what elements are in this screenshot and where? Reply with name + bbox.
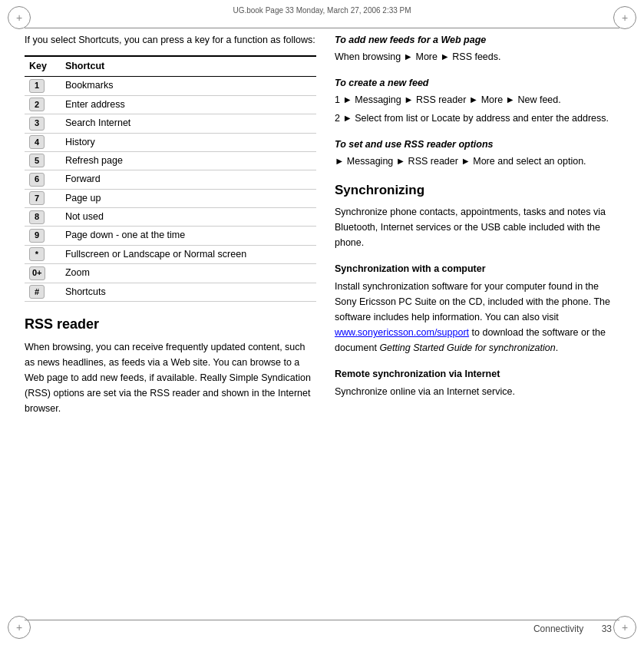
page: + + UG.book Page 33 Monday, March 27, 20… [0,0,644,645]
shortcut-cell: Bookmarks [61,77,316,95]
key-badge: 9 [29,229,45,243]
rss-options-section: To set and use RSS reader options ► Mess… [335,137,619,169]
footer-page: 33 [602,624,612,634]
shortcut-cell: Refresh page [61,151,316,170]
sync-computer-section: Synchronization with a computer Install … [335,261,619,356]
key-cell: 7 [25,189,61,207]
sync-computer-body3: . [556,342,558,353]
create-steps: 1 ► Messaging ► RSS reader ► More ► New … [335,92,619,126]
sync-computer-heading: Synchronization with a computer [335,261,619,276]
add-feeds-text: When browsing ► More ► RSS feeds. [335,49,619,64]
sync-body: Synchronize phone contacts, appointments… [335,204,619,250]
top-bar-label: UG.book Page 33 Monday, March 27, 2006 2… [233,6,411,15]
table-row: 5Refresh page [25,151,316,170]
bottom-right-registration: + [613,616,636,639]
shortcut-cell: Page up [61,189,316,207]
main-content: If you select Shortcuts, you can press a… [25,32,619,614]
left-column: If you select Shortcuts, you can press a… [25,32,316,614]
bottom-left-registration: + [8,616,31,639]
rss-options-text: ► Messaging ► RSS reader ► More and sele… [335,154,619,169]
key-badge: 0+ [29,266,45,280]
key-badge: * [29,247,45,261]
shortcut-cell: Zoom [61,264,316,283]
key-cell: 0+ [25,264,61,283]
table-row: 0+Zoom [25,264,316,283]
right-column: To add new feeds for a Web page When bro… [335,32,619,614]
shortcut-cell: Shortcuts [61,283,316,301]
sync-remote-body: Synchronize online via an Internet servi… [335,384,619,399]
create-feed-section: To create a new feed 1 ► Messaging ► RSS… [335,75,619,126]
sync-doc: Getting Started Guide for synchronizatio… [379,342,555,353]
key-badge: 7 [29,191,45,205]
sync-remote-heading: Remote synchronization via Internet [335,366,619,382]
key-badge: 6 [29,173,45,187]
shortcut-cell: History [61,133,316,151]
key-cell: 2 [25,95,61,114]
table-row: #Shortcuts [25,283,316,301]
table-row: 7Page up [25,189,316,207]
key-cell: # [25,283,61,301]
footer-label: Connectivity [533,624,583,634]
table-row: 8Not used [25,208,316,227]
shortcut-cell: Not used [61,208,316,227]
rss-title: RSS reader [25,314,316,336]
top-right-registration: + [613,6,636,29]
rss-options-heading: To set and use RSS reader options [335,137,619,152]
key-badge: 1 [29,79,45,93]
sync-title: Synchronizing [335,180,619,200]
key-cell: 9 [25,227,61,245]
list-item: 1 ► Messaging ► RSS reader ► More ► New … [335,92,619,108]
table-row: 4History [25,133,316,151]
bottom-divider [25,620,619,620]
top-divider [25,28,619,28]
key-cell: 1 [25,77,61,95]
list-item: 2 ► Select from list or Locate by addres… [335,111,619,126]
sync-computer-body: Install synchronization software for you… [335,279,619,356]
table-row: 9Page down - one at the time [25,227,316,245]
key-badge: 5 [29,154,45,167]
sync-remote-section: Remote synchronization via Internet Sync… [335,366,619,399]
rss-section: RSS reader When browsing, you can receiv… [25,314,316,416]
shortcut-cell: Search Internet [61,114,316,133]
add-feeds-heading: To add new feeds for a Web page [335,32,619,48]
table-row: 6Forward [25,170,316,189]
table-row: *Fullscreen or Landscape or Normal scree… [25,245,316,263]
key-badge: # [29,285,45,299]
create-feed-heading: To create a new feed [335,75,619,91]
top-left-registration: + [8,6,31,29]
rss-body: When browsing, you can receive frequentl… [25,339,316,416]
bottom-bar: Connectivity 33 [533,624,612,634]
key-cell: 8 [25,208,61,227]
key-badge: 8 [29,210,45,224]
intro-paragraph: If you select Shortcuts, you can press a… [25,32,316,48]
key-cell: 6 [25,170,61,189]
col-shortcut-header: Shortcut [61,56,316,77]
sync-computer-body1: Install synchronization software for you… [335,281,610,322]
col-key-header: Key [25,56,61,77]
key-badge: 4 [29,135,45,149]
key-badge: 2 [29,98,45,111]
shortcuts-table: Key Shortcut 1Bookmarks2Enter address3Se… [25,55,316,302]
sync-url: www.sonyericsson.com/support [335,327,469,338]
add-feeds-section: To add new feeds for a Web page When bro… [335,32,619,64]
shortcut-cell: Page down - one at the time [61,227,316,245]
table-row: 1Bookmarks [25,77,316,95]
table-row: 2Enter address [25,95,316,114]
shortcut-cell: Enter address [61,95,316,114]
key-cell: * [25,245,61,263]
table-row: 3Search Internet [25,114,316,133]
sync-section: Synchronizing Synchronize phone contacts… [335,180,619,250]
key-badge: 3 [29,117,45,131]
shortcut-cell: Forward [61,170,316,189]
key-cell: 5 [25,151,61,170]
shortcut-cell: Fullscreen or Landscape or Normal screen [61,245,316,263]
key-cell: 4 [25,133,61,151]
key-cell: 3 [25,114,61,133]
